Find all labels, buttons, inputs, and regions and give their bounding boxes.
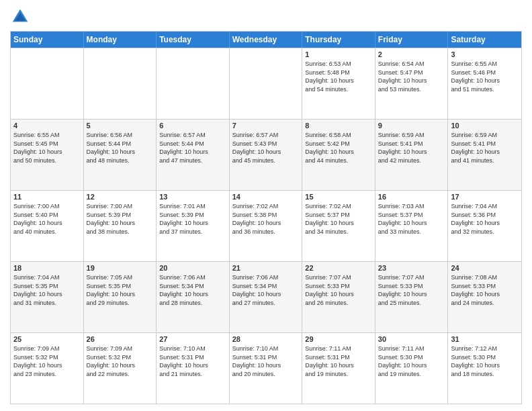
calendar-row: 4Sunrise: 6:55 AMSunset: 5:45 PMDaylight… [11,119,521,190]
cell-info-line: Sunset: 5:33 PM [451,282,519,291]
day-number: 17 [451,193,519,201]
cell-info-line: and 38 minutes. [87,228,154,236]
cell-info-line: Sunrise: 7:06 AM [232,273,300,282]
cell-info-line: Sunrise: 6:55 AM [13,131,81,140]
cell-info-line: Sunrise: 7:01 AM [159,202,226,211]
cell-info-line: Sunrise: 6:58 AM [305,131,372,140]
cell-info-line: Daylight: 10 hours [87,219,154,228]
day-number: 7 [232,122,300,130]
day-number: 1 [305,50,372,58]
calendar-cell: 6Sunrise: 6:57 AMSunset: 5:44 PMDaylight… [157,120,230,190]
cell-info-line: and 40 minutes. [13,228,81,236]
calendar-cell: 12Sunrise: 7:00 AMSunset: 5:39 PMDayligh… [84,191,157,261]
cell-info-line: Sunset: 5:34 PM [232,282,300,291]
cell-info-line: and 19 minutes. [305,370,372,379]
cell-info-line: Sunrise: 7:07 AM [378,273,445,282]
cell-info-line: Daylight: 10 hours [159,361,226,370]
cell-info-line: Daylight: 10 hours [232,219,300,228]
calendar-cell: 8Sunrise: 6:58 AMSunset: 5:42 PMDaylight… [302,120,375,190]
cell-info-line: Sunset: 5:40 PM [13,211,81,220]
cell-info-line: and 48 minutes. [87,156,154,165]
cell-info-line: and 24 minutes. [451,299,519,308]
cell-info-line: Daylight: 10 hours [159,290,226,299]
day-number: 14 [232,193,300,201]
day-number: 24 [451,264,519,272]
cell-info-line: and 23 minutes. [13,370,81,379]
cell-info-line: Sunset: 5:32 PM [87,353,154,362]
cell-info-line: Sunrise: 6:53 AM [305,60,372,68]
cell-info-line: Daylight: 10 hours [305,219,372,228]
cell-info-line: Sunset: 5:42 PM [305,140,372,148]
calendar-cell: 13Sunrise: 7:01 AMSunset: 5:39 PMDayligh… [157,191,230,261]
day-number: 18 [13,264,81,272]
logo [10,7,33,27]
day-number: 20 [159,264,226,272]
cell-info-line: and 18 minutes. [451,370,519,379]
cell-info-line: and 33 minutes. [378,228,445,236]
day-number: 23 [378,264,445,272]
cell-info-line: Daylight: 10 hours [451,148,519,156]
day-number: 22 [305,264,372,272]
cell-info-line: Sunrise: 6:55 AM [451,60,519,68]
cell-info-line: Sunset: 5:41 PM [451,140,519,148]
cell-info-line: Daylight: 10 hours [305,148,372,156]
cell-info-line: Sunrise: 7:02 AM [305,202,372,211]
cell-info-line: Daylight: 10 hours [13,219,81,228]
cell-info-line: Sunset: 5:37 PM [305,211,372,220]
cell-info-line: Sunset: 5:48 PM [305,68,372,77]
cell-info-line: and 42 minutes. [378,156,445,165]
cell-info-line: Daylight: 10 hours [87,361,154,370]
header-day-friday: Friday [375,32,449,48]
calendar-cell: 19Sunrise: 7:05 AMSunset: 5:35 PMDayligh… [84,262,157,332]
cell-info-line: Sunrise: 7:04 AM [13,273,81,282]
cell-info-line: and 44 minutes. [305,156,372,165]
cell-info-line: and 27 minutes. [232,299,300,308]
cell-info-line: Sunrise: 7:00 AM [13,202,81,211]
cell-info-line: Sunset: 5:39 PM [159,211,226,220]
cell-info-line: Sunrise: 7:11 AM [305,345,372,353]
cell-info-line: Daylight: 10 hours [159,219,226,228]
calendar-cell: 30Sunrise: 7:11 AMSunset: 5:30 PMDayligh… [375,333,449,404]
day-number: 9 [378,122,445,130]
cell-info-line: Sunrise: 6:54 AM [378,60,445,68]
cell-info-line: Daylight: 10 hours [378,77,445,85]
cell-info-line: Sunset: 5:44 PM [87,140,154,148]
cell-info-line: and 26 minutes. [305,299,372,308]
cell-info-line: and 54 minutes. [305,85,372,94]
calendar-cell: 31Sunrise: 7:12 AMSunset: 5:30 PMDayligh… [448,333,521,404]
calendar-cell: 25Sunrise: 7:09 AMSunset: 5:32 PMDayligh… [11,333,84,404]
cell-info-line: Sunset: 5:30 PM [378,353,445,362]
cell-info-line: Sunrise: 7:05 AM [87,273,154,282]
header-day-saturday: Saturday [448,32,521,48]
calendar-cell: 23Sunrise: 7:07 AMSunset: 5:33 PMDayligh… [375,262,449,332]
calendar-cell: 4Sunrise: 6:55 AMSunset: 5:45 PMDaylight… [11,120,84,190]
cell-info-line: Daylight: 10 hours [13,361,81,370]
cell-info-line: Sunset: 5:39 PM [87,211,154,220]
cell-info-line: Sunset: 5:45 PM [13,140,81,148]
cell-info-line: Sunrise: 7:12 AM [451,345,519,353]
calendar-cell [11,48,84,119]
cell-info-line: and 20 minutes. [232,370,300,379]
calendar-body: 1Sunrise: 6:53 AMSunset: 5:48 PMDaylight… [11,48,521,404]
cell-info-line: Daylight: 10 hours [232,148,300,156]
header-day-wednesday: Wednesday [230,32,303,48]
day-number: 31 [451,335,519,343]
cell-info-line: Sunset: 5:35 PM [13,282,81,291]
day-number: 26 [87,335,154,343]
cell-info-line: Sunset: 5:30 PM [451,353,519,362]
cell-info-line: Sunset: 5:36 PM [451,211,519,220]
cell-info-line: and 53 minutes. [378,85,445,94]
cell-info-line: and 36 minutes. [232,228,300,236]
day-number: 12 [87,193,154,201]
cell-info-line: and 45 minutes. [232,156,300,165]
cell-info-line: Sunset: 5:31 PM [232,353,300,362]
cell-info-line: and 21 minutes. [159,370,226,379]
cell-info-line: Daylight: 10 hours [87,290,154,299]
day-number: 28 [232,335,300,343]
calendar-cell: 10Sunrise: 6:59 AMSunset: 5:41 PMDayligh… [448,120,521,190]
cell-info-line: Sunset: 5:32 PM [13,353,81,362]
cell-info-line: and 41 minutes. [451,156,519,165]
cell-info-line: Daylight: 10 hours [451,361,519,370]
calendar-cell: 28Sunrise: 7:10 AMSunset: 5:31 PMDayligh… [230,333,303,404]
calendar-cell: 27Sunrise: 7:10 AMSunset: 5:31 PMDayligh… [157,333,230,404]
